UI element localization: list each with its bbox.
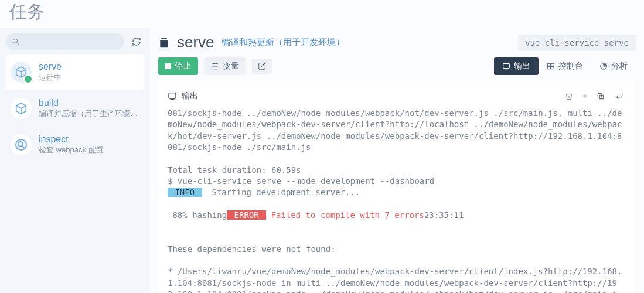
refresh-icon	[132, 37, 141, 46]
stop-button[interactable]: 停止	[158, 57, 198, 75]
output-panel-title: 输出	[182, 91, 198, 101]
terminal-timestamp: 23:35:11	[424, 210, 464, 220]
tab-output-label: 输出	[514, 61, 530, 71]
trash-icon	[565, 92, 573, 100]
scroll-bottom-button[interactable]	[612, 89, 626, 103]
sidebar-task-inspect[interactable]: inspect检查 webpack 配置	[6, 127, 144, 162]
task-subtitle: 运行中	[39, 72, 62, 83]
search-input[interactable]	[20, 38, 118, 46]
error-badge: ERROR	[227, 210, 266, 220]
svg-rect-7	[548, 63, 551, 66]
svg-point-0	[13, 39, 17, 43]
terminal-line: Starting development server...	[202, 188, 360, 197]
stop-label: 停止	[175, 61, 191, 71]
terminal-output[interactable]: 081/sockjs-node ../demoNew/node_modules/…	[158, 108, 636, 293]
copy-button[interactable]	[594, 89, 608, 103]
indicator-dot	[583, 94, 587, 98]
vars-label: 变量	[223, 61, 239, 71]
task-icon	[11, 134, 32, 155]
search-input-wrap[interactable]	[6, 33, 124, 50]
return-icon	[615, 92, 623, 100]
clipboard-icon	[158, 36, 170, 49]
console-icon	[547, 62, 555, 70]
task-icon	[11, 62, 32, 83]
vars-button[interactable]: 变量	[204, 57, 246, 75]
output-panel-icon	[168, 91, 177, 101]
terminal-error-text: Failed to compile with 7 errors	[266, 210, 424, 220]
refresh-button[interactable]	[129, 33, 144, 50]
svg-line-1	[17, 43, 19, 45]
search-icon	[12, 38, 20, 46]
tab-analyze[interactable]: 分析	[591, 57, 636, 75]
terminal-line: These dependencies were not found:	[168, 244, 336, 254]
svg-rect-4	[165, 63, 171, 69]
trash-button[interactable]	[562, 89, 576, 103]
open-button[interactable]	[252, 59, 272, 74]
main-panel: serve 编译和热更新（用于开发环境） vue-cli-service ser…	[150, 28, 644, 293]
open-external-icon	[258, 62, 266, 70]
svg-line-3	[22, 146, 24, 148]
task-subtitle: 检查 webpack 配置	[39, 145, 104, 155]
svg-rect-10	[551, 67, 554, 69]
terminal-line: * /Users/liwanru/vue/demoNew/node_module…	[168, 267, 622, 293]
task-description: 编译和热更新（用于开发环境）	[222, 37, 345, 48]
analyze-icon	[599, 62, 608, 70]
svg-point-2	[18, 142, 23, 146]
terminal-line: 081/sockjs-node ../demoNew/node_modules/…	[168, 108, 622, 152]
task-subtitle: 编译并压缩（用于生产环境…	[39, 108, 138, 119]
task-name: build	[39, 98, 138, 108]
svg-rect-12	[169, 93, 176, 98]
info-badge: INFO	[168, 188, 202, 197]
page-title: 任务	[0, 0, 644, 28]
tab-output[interactable]: 输出	[494, 57, 539, 75]
sidebar: serve运行中build编译并压缩（用于生产环境…inspect检查 webp…	[0, 28, 150, 293]
terminal-line: Total task duration: 60.59s	[168, 165, 301, 175]
copy-icon	[597, 92, 605, 100]
task-name: inspect	[39, 134, 104, 145]
vars-icon	[211, 62, 219, 70]
svg-rect-8	[551, 63, 554, 66]
svg-rect-9	[548, 67, 551, 69]
command-chip: vue-cli-service serve	[518, 35, 636, 51]
task-icon	[11, 98, 32, 119]
sidebar-task-build[interactable]: build编译并压缩（用于生产环境…	[6, 91, 144, 126]
tab-analyze-label: 分析	[611, 61, 628, 71]
terminal-line: $ vue-cli-service serve --mode developme…	[168, 176, 434, 186]
tab-console[interactable]: 控制台	[539, 57, 591, 75]
output-icon	[502, 62, 510, 70]
tab-console-label: 控制台	[558, 61, 583, 71]
stop-icon	[165, 63, 171, 69]
svg-rect-5	[503, 63, 510, 68]
terminal-line: 88% hashing	[168, 210, 227, 220]
task-title: serve	[177, 33, 214, 52]
task-name: serve	[39, 62, 62, 72]
sidebar-task-serve[interactable]: serve运行中	[6, 54, 144, 90]
